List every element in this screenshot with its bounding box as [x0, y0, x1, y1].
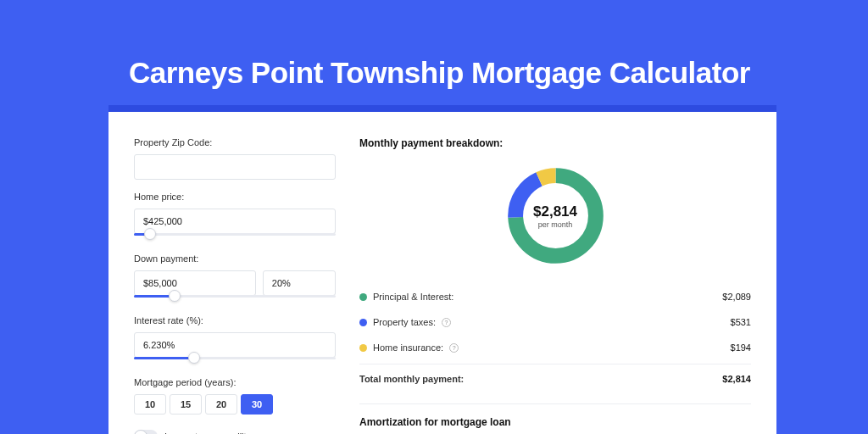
veteran-toggle[interactable]	[134, 430, 158, 434]
interest-label: Interest rate (%):	[134, 315, 336, 326]
interest-field-group: Interest rate (%):	[134, 315, 336, 365]
inputs-column: Property Zip Code: Home price: Down paym…	[134, 137, 336, 434]
legend-dot-icon	[359, 344, 367, 352]
breakdown-heading: Monthly payment breakdown:	[359, 137, 751, 149]
legend-value: $194	[731, 342, 751, 353]
interest-input[interactable]	[134, 332, 336, 358]
legend-label: Home insurance:	[373, 342, 443, 353]
legend-dot-icon	[359, 319, 367, 326]
zip-input[interactable]	[134, 154, 336, 180]
legend-value: $2,089	[722, 292, 751, 302]
legend-value: $531	[731, 317, 751, 327]
total-label: Total monthly payment:	[359, 374, 464, 384]
down-payment-slider[interactable]	[134, 295, 336, 303]
legend: Principal & Interest:$2,089Property taxe…	[359, 284, 751, 360]
down-payment-label: Down payment:	[134, 253, 336, 264]
period-buttons: 10152030	[134, 394, 336, 415]
zip-label: Property Zip Code:	[134, 137, 336, 147]
period-field-group: Mortgage period (years): 10152030	[134, 377, 336, 415]
legend-label: Property taxes:	[373, 317, 436, 327]
down-payment-field-group: Down payment:	[134, 253, 336, 303]
donut-sublabel: per month	[538, 220, 573, 229]
legend-row: Principal & Interest:$2,089	[359, 284, 751, 309]
legend-row: Property taxes:?$531	[359, 309, 751, 335]
period-button-30[interactable]: 30	[241, 394, 273, 415]
amortization-section: Amortization for mortgage loan Amortizat…	[359, 403, 751, 434]
legend-label: Principal & Interest:	[373, 292, 453, 302]
breakdown-column: Monthly payment breakdown: $2,814 per mo…	[359, 137, 751, 434]
donut-amount: $2,814	[533, 203, 577, 220]
down-payment-percent-input[interactable]	[263, 270, 336, 296]
period-button-15[interactable]: 15	[170, 394, 202, 415]
zip-field-group: Property Zip Code:	[134, 137, 336, 180]
interest-slider[interactable]	[134, 357, 336, 365]
veteran-row: I am veteran or military	[134, 430, 336, 434]
home-price-field-group: Home price:	[134, 192, 336, 242]
home-price-slider[interactable]	[134, 233, 336, 242]
period-button-10[interactable]: 10	[134, 394, 166, 415]
donut-chart: $2,814 per month	[359, 163, 751, 269]
total-value: $2,814	[722, 374, 751, 384]
home-price-label: Home price:	[134, 192, 336, 202]
calculator-card: Property Zip Code: Home price: Down paym…	[108, 105, 776, 434]
page-title: Carneys Point Township Mortgage Calculat…	[129, 56, 750, 90]
down-payment-amount-input[interactable]	[134, 270, 256, 296]
period-button-20[interactable]: 20	[205, 394, 237, 415]
amortization-heading: Amortization for mortgage loan	[359, 416, 751, 428]
info-icon[interactable]: ?	[442, 318, 451, 327]
legend-dot-icon	[359, 293, 367, 301]
total-row: Total monthly payment: $2,814	[359, 364, 751, 392]
legend-row: Home insurance:?$194	[359, 335, 751, 360]
home-price-input[interactable]	[134, 209, 336, 234]
period-label: Mortgage period (years):	[134, 377, 336, 387]
info-icon[interactable]: ?	[449, 343, 459, 353]
